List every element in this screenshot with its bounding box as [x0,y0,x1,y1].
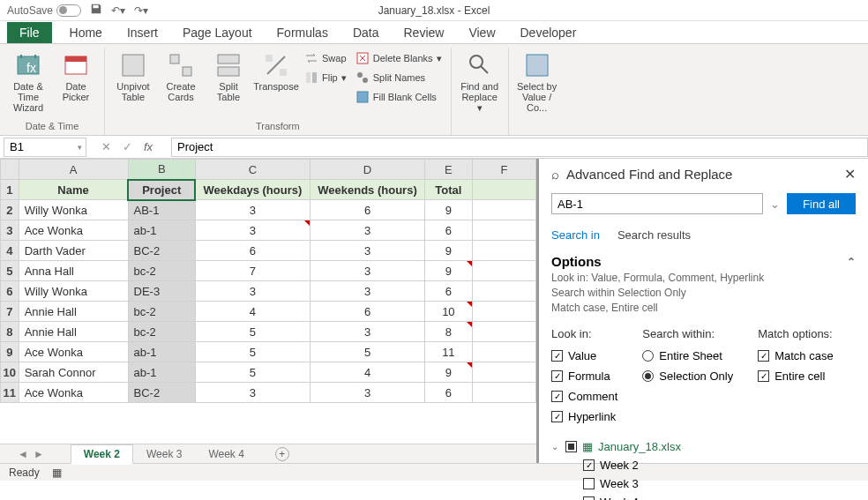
autosave-toggle[interactable]: AutoSave [7,4,81,17]
sheet-tab-week-2[interactable]: Week 2 [71,444,133,465]
chevron-down-icon[interactable]: ⌄ [770,198,780,211]
menu-formulas[interactable]: Formulas [265,24,340,41]
chk-value[interactable]: ✓Value [551,349,617,362]
menu-file[interactable]: File [7,22,52,43]
ribbon: fx Date & Time Wizard Date Picker Date &… [0,44,868,136]
svg-rect-3 [65,56,86,62]
main-menu: File HomeInsertPage LayoutFormulasDataRe… [0,21,868,44]
svg-rect-7 [218,55,239,63]
tab-search-in[interactable]: Search in [551,228,600,242]
date-time-wizard-button[interactable]: fx Date & Time Wizard [5,49,51,115]
close-icon[interactable]: ✕ [844,166,856,183]
tree-file[interactable]: ⌄ ▦ January_18.xlsx [551,437,856,456]
titlebar: AutoSave ↶▾ ↷▾ January_18.xlsx - Excel [0,0,868,21]
svg-rect-12 [312,72,317,83]
cancel-icon[interactable]: ✕ [95,140,116,153]
label: Date Picker [55,81,97,102]
new-sheet-button[interactable]: + [275,447,289,461]
svg-rect-9 [266,55,273,62]
create-cards-button[interactable]: Create Cards [158,49,204,104]
svg-rect-4 [123,55,144,76]
chevron-up-icon[interactable]: ⌃ [847,256,856,268]
rad-entire-sheet[interactable]: Entire Sheet [642,349,733,362]
enter-icon[interactable]: ✓ [116,140,138,153]
find-replace-button[interactable]: Find and Replace ▾ [457,49,503,116]
status-ready: Ready [9,466,40,479]
fill-blank-cells-button[interactable]: Fill Blank Cells [352,88,445,106]
svg-text:fx: fx [26,61,36,75]
quick-access-toolbar: ↶▾ ↷▾ [90,3,148,18]
menu-insert[interactable]: Insert [115,24,170,41]
svg-point-14 [357,72,363,78]
menu-view[interactable]: View [456,24,507,41]
tree-sheet[interactable]: ✓ Week 2 [551,456,856,474]
search-input[interactable] [551,193,763,214]
name-box[interactable]: B1 [4,138,86,157]
options-summary: Look in: Value, Formula, Comment, Hyperl… [539,271,868,318]
tab-search-results[interactable]: Search results [617,228,691,242]
formula-input[interactable] [171,138,868,157]
fx-icon[interactable]: fx [138,140,159,153]
flip-button[interactable]: Flip ▾ [301,69,350,86]
sheet-tabs: ◄► Week 2Week 3Week 4+ [0,444,536,463]
macro-record-icon[interactable]: ▦ [52,466,62,479]
pane-title: Advanced Find and Replace [566,167,732,182]
chk-hyperlink[interactable]: ✓Hyperlink [551,410,617,423]
tree-sheet[interactable]: Week 4 [551,493,856,500]
menu-developer[interactable]: Developer [508,24,589,41]
menu-data[interactable]: Data [340,24,392,41]
cell-B1[interactable]: Project [128,180,195,200]
split-table-button[interactable]: Split Table [206,49,251,104]
autosave-label: AutoSave [7,4,53,17]
tab-nav-prev[interactable]: ◄ [18,448,28,460]
chk-match-case[interactable]: ✓Match case [758,349,833,362]
find-all-button[interactable]: Find all [787,193,856,214]
redo-icon[interactable]: ↷▾ [134,4,148,17]
menu-page-layout[interactable]: Page Layout [170,24,265,41]
svg-rect-18 [527,55,548,76]
chk-entire-cell[interactable]: ✓Entire cell [758,369,833,383]
col-E[interactable]: E [425,160,473,180]
options-header: Options [551,254,602,269]
select-by-value-button[interactable]: Select by Value / Co... [514,49,560,115]
svg-rect-8 [218,67,239,76]
svg-rect-16 [357,92,368,102]
tree-sheet[interactable]: Week 3 [551,474,856,493]
svg-point-17 [470,56,483,68]
spreadsheet-grid[interactable]: A B C D E F 1 Name Project Weekdays (hou… [0,159,536,444]
sheet-tab-week-3[interactable]: Week 3 [133,444,195,463]
undo-icon[interactable]: ↶▾ [111,4,125,17]
svg-point-15 [363,78,368,83]
workbook-tree: ⌄ ▦ January_18.xlsx✓ Week 2 Week 3 Week … [539,432,868,500]
col-B[interactable]: B [128,160,195,180]
transpose-button[interactable]: Transpose [253,49,299,93]
save-icon[interactable] [90,3,102,18]
group-label: Date & Time [5,119,99,135]
unpivot-button[interactable]: Unpivot Table [110,49,156,104]
label: Date & Time Wizard [7,81,49,113]
rad-selection-only[interactable]: Selection Only [642,369,733,383]
menu-home[interactable]: Home [57,24,115,41]
sheet-tab-week-4[interactable]: Week 4 [195,444,257,463]
svg-rect-11 [306,72,311,83]
col-C[interactable]: C [195,160,310,180]
col-A[interactable]: A [19,160,128,180]
split-names-button[interactable]: Split Names [352,69,445,86]
formula-bar: B1 ✕ ✓ fx [0,136,868,159]
find-replace-pane: ⌕ Advanced Find and Replace ✕ ⌄ Find all… [536,159,868,463]
menu-review[interactable]: Review [392,24,457,41]
date-picker-button[interactable]: Date Picker [53,49,99,104]
svg-rect-6 [183,67,191,76]
tab-nav-next[interactable]: ► [34,448,44,460]
group-label: Transform [110,119,445,135]
chk-formula[interactable]: ✓Formula [551,369,617,383]
swap-button[interactable]: Swap [301,49,350,67]
document-title: January_18.xlsx - Excel [378,4,490,17]
col-F[interactable]: F [472,160,535,180]
chk-comment[interactable]: ✓Comment [551,390,617,403]
magnifier-icon: ⌕ [551,167,559,182]
svg-rect-10 [280,69,287,76]
svg-rect-5 [170,55,179,63]
delete-blanks-button[interactable]: Delete Blanks ▾ [352,49,445,67]
col-D[interactable]: D [310,160,424,180]
